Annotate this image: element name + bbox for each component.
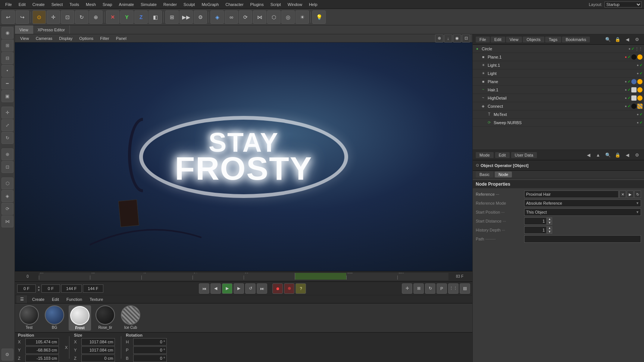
polygon-obj-button[interactable]: ◈ — [210, 10, 224, 24]
play-backward-button[interactable]: ◀ — [210, 283, 221, 294]
record-button[interactable]: ⏺ — [272, 283, 283, 294]
obj-row-hair1[interactable]: ~ Hair.1 ● ✓ — [473, 86, 644, 94]
prop-tab-node[interactable]: Node — [495, 171, 512, 177]
menu-script[interactable]: Script — [268, 1, 284, 7]
menu-mograph[interactable]: MoGraph — [198, 1, 222, 7]
frame-current-input[interactable] — [41, 284, 60, 293]
plane-vis-dot[interactable]: ● — [625, 80, 627, 84]
material-bg[interactable]: BG — [43, 305, 66, 331]
z-axis-button[interactable]: Z — [134, 10, 148, 24]
obj-tab-objects[interactable]: Objects — [523, 37, 544, 43]
object-button[interactable]: ◧ — [149, 10, 162, 24]
hair1-vis-dot[interactable]: ● — [625, 88, 627, 92]
sidebar-model-button[interactable]: ◉ — [1, 27, 13, 39]
y-size-input[interactable] — [81, 346, 115, 354]
menu-plugins[interactable]: Plugins — [247, 1, 267, 7]
obj-tab-tags[interactable]: Tags — [545, 37, 561, 43]
light-check[interactable]: ✓ — [640, 71, 643, 75]
frame-start-input[interactable] — [17, 284, 36, 293]
viewport-icon-4[interactable]: ⊡ — [462, 34, 470, 43]
motext-vis-dot[interactable]: ● — [637, 113, 639, 116]
prop-tab-basic[interactable]: Basic — [476, 171, 493, 177]
obj-lock-icon[interactable]: 🔒 — [613, 35, 622, 44]
scale-button[interactable]: ⊡ — [61, 10, 74, 24]
menu-render[interactable]: Render — [160, 1, 180, 7]
motion-button[interactable]: P — [437, 283, 447, 294]
material-rose-tir[interactable]: Rose_tir — [94, 305, 116, 331]
layout-select[interactable]: Startup — [604, 1, 642, 7]
obj-row-light1[interactable]: ☀ Light.1 ● ✓ — [473, 61, 644, 69]
x-pos-input[interactable] — [25, 338, 59, 346]
obj-tab-bookmarks[interactable]: Bookmarks — [562, 37, 590, 43]
material-ice-cub[interactable]: Ice Cub — [119, 305, 142, 331]
plane1-check[interactable]: ✓ — [628, 55, 631, 59]
rotate-button[interactable]: ↻ — [75, 10, 88, 24]
connect-vis-dot[interactable]: ● — [625, 104, 627, 108]
mode-lock-icon[interactable]: 🔒 — [613, 151, 622, 159]
mode-settings2-icon[interactable]: ⚙ — [633, 151, 641, 159]
obj-tab-file[interactable]: File — [476, 37, 490, 43]
redo-button[interactable]: ↪ — [16, 10, 29, 24]
history-depth-up[interactable]: ▲ — [547, 226, 552, 230]
menu-create[interactable]: Create — [29, 1, 48, 7]
reference-mode-dropdown[interactable]: Absolute Reference ▼ — [524, 199, 641, 207]
view-menu-view[interactable]: View — [17, 36, 32, 41]
mode-search-icon[interactable]: 🔍 — [604, 151, 612, 159]
start-position-dropdown[interactable]: This Object ▼ — [524, 208, 641, 216]
frame-total-input[interactable] — [83, 284, 103, 293]
obj-row-connect[interactable]: ◈ Connect ● ✓ — [473, 102, 644, 110]
transform-button[interactable]: ⊕ — [89, 10, 103, 24]
viewport[interactable]: STAY FROSTY — [15, 43, 472, 271]
render-region-button[interactable]: ⊞ — [165, 10, 179, 24]
lamp-button[interactable]: 💡 — [312, 10, 326, 24]
obj-tab-edit[interactable]: Edit — [491, 37, 505, 43]
sidebar-poly-button[interactable]: ▣ — [1, 90, 13, 102]
live-select-button[interactable]: ⊙ — [32, 10, 46, 24]
sidebar-snap-button[interactable]: ⊕ — [1, 148, 13, 160]
viewport-icon-1[interactable]: ⊕ — [435, 34, 443, 43]
goto-end-button[interactable]: ⏭ — [257, 283, 267, 294]
spline-button[interactable]: ∞ — [225, 10, 238, 24]
nurbs-button[interactable]: ⟳ — [239, 10, 252, 24]
add-keyframe-button[interactable]: ✛ — [402, 283, 412, 294]
obj-tab-view[interactable]: View — [506, 37, 522, 43]
timeline-area[interactable]: 0 16 32 48 64 80 96 112 128 — [15, 271, 472, 281]
sidebar-point-button[interactable]: • — [1, 65, 13, 77]
mode-tab-userdata[interactable]: User Data — [511, 152, 537, 158]
reference-arrow-btn[interactable]: ▶ — [627, 191, 634, 198]
record-motion-button[interactable]: ⊕ — [284, 283, 294, 294]
history-depth-down[interactable]: ▼ — [547, 230, 552, 234]
path-input[interactable] — [524, 235, 641, 243]
x-size-input[interactable] — [81, 338, 115, 346]
sidebar-move-button[interactable]: ✛ — [1, 107, 13, 119]
sidebar-scale-button[interactable]: ⤢ — [1, 119, 13, 131]
start-distance-input[interactable] — [524, 217, 547, 225]
render-view-button[interactable]: ▶▶ — [179, 10, 193, 24]
material-test[interactable]: Test — [18, 305, 40, 331]
curves-button[interactable]: ↻ — [425, 283, 435, 294]
timeline-button[interactable]: ⊞ — [413, 283, 424, 294]
obj-row-motext[interactable]: T MoText ● ✓ — [473, 110, 644, 119]
menu-simulate[interactable]: Simulate — [138, 1, 160, 7]
mode-tab-mode[interactable]: Mode — [476, 152, 494, 158]
start-distance-up[interactable]: ▲ — [547, 217, 552, 221]
menu-mesh[interactable]: Mesh — [83, 1, 99, 7]
menu-file[interactable]: File — [2, 1, 15, 7]
menu-animate[interactable]: Animate — [116, 1, 137, 7]
mat-tab-texture[interactable]: Texture — [87, 297, 106, 302]
light1-vis-dot[interactable]: ● — [637, 63, 639, 67]
p-rot-input[interactable] — [133, 346, 167, 354]
menu-sculpt[interactable]: Sculpt — [181, 1, 198, 7]
menu-select[interactable]: Select — [49, 1, 66, 7]
loop-button[interactable]: ↺ — [245, 283, 256, 294]
motext-check[interactable]: ✓ — [640, 112, 643, 116]
layer-button[interactable]: ⋮⋮ — [448, 283, 459, 294]
menu-edit[interactable]: Edit — [16, 1, 29, 7]
history-depth-input[interactable] — [524, 226, 547, 234]
reference-clear-btn[interactable]: ✕ — [619, 191, 626, 198]
view-menu-filter[interactable]: Filter — [97, 36, 112, 41]
play-forward-button[interactable]: ▶ — [234, 283, 244, 294]
viewport-icon-2[interactable]: ↓ — [444, 34, 452, 43]
b-rot-input[interactable] — [133, 355, 167, 362]
mode-tab-edit[interactable]: Edit — [495, 152, 510, 158]
